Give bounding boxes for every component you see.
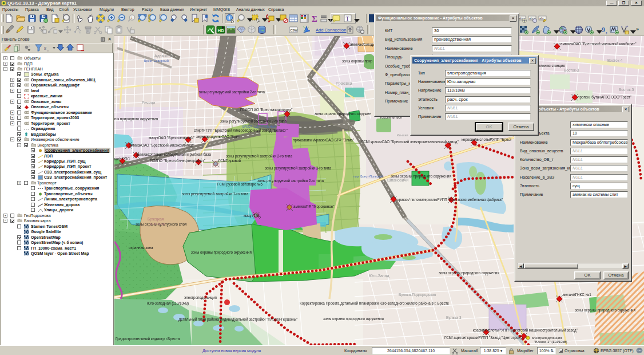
svg-text:зоны охраны прир: зоны охраны прир	[342, 59, 373, 64]
svg-text:Вулька-Подгородская: Вулька-Подгородская	[399, 293, 436, 297]
svg-text:спиртРГУП "Брестский ликеровод: спиртРГУП "Брестский ликероводочный заво…	[194, 128, 288, 133]
svg-text:Корректировка Проекта детально: Корректировка Проекта детальной планиров…	[300, 301, 450, 306]
svg-text:аммиакПФ "Мороженое": аммиакПФ "Мороженое"	[293, 204, 334, 209]
svg-text:зоны охраны природного окружен: зоны охраны природного окружения	[575, 308, 635, 313]
svg-text:Шпановичи: Шпановичи	[387, 178, 408, 182]
svg-text:зоны регулируемой застройки 1-: зоны регулируемой застройки 1-го типа	[182, 192, 248, 196]
svg-text:Речица: Речица	[142, 101, 156, 105]
svg-text:ГСМПО "Брестоблнефтепродукт": ГСМПО "Брестоблнефтепродукт"	[150, 159, 205, 163]
svg-text:ельная станция: ельная станция	[539, 64, 565, 68]
svg-text:керосин/кислотыРУПП "Брест: керосин/кислотыРУПП "Брест	[462, 137, 512, 142]
svg-text:Брест-Северный: Брест-Северный	[144, 59, 169, 62]
svg-text:БРЕСТ - ЦЕНТРАЛЬНЫЙ: БРЕСТ - ЦЕНТРАЛЬНЫЙ	[243, 124, 277, 128]
svg-text:Вулька 3: Вулька 3	[446, 315, 462, 320]
svg-text:крэпасць: крэпасць	[150, 222, 166, 226]
svg-text:9: 9	[602, 26, 605, 34]
svg-text:аммиакОптовая холодильная и ры: аммиакОптовая холодильная и рыбная база	[136, 152, 211, 157]
svg-text:мазутОАО "Брестсельмаш": мазутОАО "Брестсельмаш"	[149, 136, 194, 140]
svg-text:ГСМГрузовой автопарк №5: ГСМГрузовой автопарк №5	[217, 182, 263, 187]
svg-text:пряжа/ватин/краскиОАО БТФ "Элм: пряжа/ватин/краскиОАО БТФ "Элма"	[293, 138, 354, 143]
svg-text:ГСМСП АО "Брестгазоаппарат": ГСМСП АО "Брестгазоаппарат"	[240, 108, 293, 112]
svg-text:зоны охраны природного окружен: зоны охраны природного окружен	[315, 112, 371, 116]
svg-text:аммиакОАО "Брестский молочный: аммиакОАО "Брестский молочный комбинат"	[560, 42, 636, 46]
svg-text:Ки-шки: Ки-шки	[397, 133, 408, 137]
svg-text:краски/ пиломатериалыРУПП "Бре: краски/ пиломатериалыРУПП "Брестская меб…	[397, 198, 503, 202]
svg-text:1: 1	[131, 16, 133, 19]
svg-text:Σ: Σ	[312, 14, 317, 23]
svg-text:электроподстанция: электроподстанция	[184, 295, 217, 300]
svg-text:зоны регулируемой застройки 2-: зоны регулируемой застройки 2-го типа	[257, 179, 324, 183]
svg-text:Восток-3: Восток-3	[564, 68, 579, 72]
svg-text:ГСМГрузовой: ГСМГрузовой	[218, 159, 241, 163]
svg-text:Адамково: Адамково	[154, 54, 173, 58]
svg-text:порт Брест-Польский: порт Брест-Польский	[353, 175, 383, 178]
svg-text:ГСМ/ ацетон/ краскиРУПП "Завод: ГСМ/ ацетон/ краскиРУПП "Завод "Цветотро…	[444, 336, 522, 340]
svg-text:зоны регулируемой застройки 2-: зоны регулируемой застройки 2-го типа	[226, 154, 292, 159]
svg-text:Граевка: Граевка	[336, 81, 353, 86]
svg-text:Градостроительный кадастр г.Бр: Градостроительный кадастр г.Бреста	[116, 337, 180, 341]
svg-text:HD: HD	[218, 28, 225, 33]
svg-text:"Южная-2" (110/10кВ): "Южная-2" (110/10кВ)	[534, 340, 567, 344]
svg-text:зоны регулируемой застройки 2-: зоны регулируемой застройки 2-го типа	[220, 119, 287, 124]
svg-text:,: ,	[606, 28, 607, 34]
svg-text:Юго-Запад: Юго-Запад	[369, 274, 389, 278]
svg-text:зоны охраны природного окружен: зоны охраны природного окружения	[439, 271, 499, 275]
svg-text:мазутТЭЦ: мазутТЭЦ	[244, 214, 261, 218]
svg-text:метанАГНКС №1: метанАГНКС №1	[563, 293, 591, 297]
svg-text:ны природного окружения: ны природного окружения	[114, 117, 158, 121]
svg-text:зоны регулируемой застройки 3-: зоны регулируемой застройки 3-го типа	[265, 166, 331, 171]
svg-text:Детальный план района индивиду: Детальный план района индивидуальной зас…	[178, 317, 298, 322]
svg-text:зернопродуктыОАО "Брес: зернопродуктыОАО "Брес	[196, 135, 240, 139]
svg-text:abc: abc	[539, 17, 544, 20]
svg-text:ГСМ/ краскиОАО "Брестский элек: ГСМ/ краскиОАО "Брестский электромеханич…	[361, 140, 459, 144]
svg-text:зоны охраны природного окружен: зоны охраны природного окружения	[391, 174, 451, 179]
svg-text:пропан, бутанАГЗС ООО"Трест": пропан, бутанАГЗС ООО"Трест"	[578, 95, 631, 100]
svg-text:Брэсцкая: Брэсцкая	[148, 217, 164, 222]
svg-text:Восток-4: Восток-4	[607, 58, 623, 62]
svg-text:краски/кислотыРУПП "Брестский: краски/кислотыРУПП "Брестский машиностро…	[473, 328, 578, 333]
svg-text:охранная зона: охранная зона	[129, 246, 153, 250]
svg-text:T: T	[346, 15, 349, 22]
svg-text:Юго-западная (110/10кВ): Юго-западная (110/10кВ)	[147, 301, 189, 306]
svg-text:Восток-5: Восток-5	[619, 88, 634, 92]
svg-text:электроподстанция: электроподстанция	[532, 336, 562, 340]
svg-text:зоны регулируемой застройки 2-: зоны регулируемой застройки 2-го типа	[198, 90, 265, 94]
svg-text:CSW: CSW	[290, 29, 298, 32]
svg-text:зоны охраны природного окружен: зоны охраны природного окружения	[323, 317, 384, 321]
svg-text:аммиакОАО "Брестский мясокомби: аммиакОАО "Брестский мясокомбинат"	[129, 143, 195, 148]
svg-text:ε: ε	[44, 45, 47, 51]
svg-text:зоны охраны природного окружен: зоны охраны природного окружения	[191, 250, 252, 255]
svg-text:,,: ,,	[47, 48, 50, 52]
svg-text:кого РПС: кого РПС	[114, 157, 130, 161]
